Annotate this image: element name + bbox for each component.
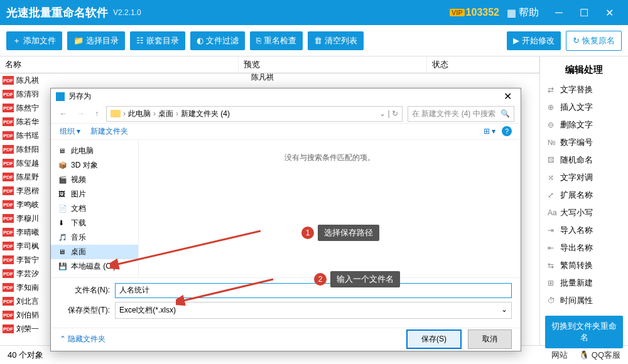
dialog-close-button[interactable]: ✕ (500, 90, 516, 102)
pdf-icon: PDF (3, 283, 14, 292)
sidebar-item[interactable]: ⇆繁简转换 (540, 257, 628, 274)
website-link[interactable]: 网站 (551, 350, 568, 361)
sidebar-item-icon: ⇆ (548, 261, 556, 270)
clear-list-button[interactable]: 🗑清空列表 (308, 31, 364, 50)
sidebar-item[interactable]: ⤢扩展名称 (540, 186, 628, 204)
sidebar: 编辑处理 ⇄文字替换⊕插入文字⊖删除文字№数字编号⚄随机命名⤭文字对调⤢扩展名称… (540, 56, 628, 345)
file-name: 陈若华 (16, 117, 39, 127)
nest-icon: ☷ (136, 36, 144, 45)
sidebar-item[interactable]: ⇥导入名称 (540, 222, 628, 239)
organize-button[interactable]: 组织 ▾ (60, 126, 80, 137)
sidebar-item-label: 删除文字 (560, 119, 593, 131)
sidebar-item-icon: ⊞ (548, 279, 556, 287)
cancel-button[interactable]: 取消 (468, 329, 512, 349)
play-icon: ▶ (513, 36, 519, 45)
filetype-select[interactable]: Excel文档(*.xlsx)⌄ (115, 302, 512, 319)
preview-first-row: 陈凡祺 (251, 72, 274, 83)
sidebar-item[interactable]: ⚄随机命名 (540, 151, 628, 169)
nav-back-button[interactable]: ← (57, 109, 70, 118)
tree-item[interactable]: 🖼图片 (51, 187, 138, 201)
dialog-search[interactable]: 在 新建文件夹 (4) 中搜索🔍 (408, 106, 514, 122)
col-status[interactable]: 状态 (427, 56, 539, 73)
tree-item[interactable]: 📄文档 (51, 201, 138, 216)
restore-name-button[interactable]: ↻恢复原名 (566, 31, 622, 51)
tree-item[interactable]: 🖥此电脑 (51, 144, 138, 158)
sidebar-item-icon: ⚄ (548, 156, 556, 164)
col-preview[interactable]: 预览 (239, 56, 427, 73)
check-dup-button[interactable]: ⎘重名检查 (250, 31, 303, 50)
pdf-icon: PDF (3, 186, 14, 195)
app-title: 光速批量重命名软件 (6, 5, 108, 20)
arrow-1 (110, 226, 261, 270)
tree-label: 音乐 (71, 232, 86, 243)
sidebar-item[interactable]: Aa大写小写 (540, 204, 628, 222)
dialog-titlebar: 另存为 ✕ (51, 88, 521, 104)
filter-button[interactable]: ◐文件过滤 (190, 31, 245, 50)
sidebar-item[interactable]: ⇄文字替换 (540, 81, 628, 99)
dialog-nav: ← → ↑ › 此电脑› 桌面› 新建文件夹 (4) ⌄ | ↻ 在 新建文件夹… (51, 104, 521, 124)
qq-icon: 🐧 (579, 350, 589, 360)
qq-support[interactable]: 🐧QQ客服 (579, 350, 620, 361)
anno-badge-1: 1 (301, 227, 314, 239)
svg-line-0 (115, 231, 261, 265)
maximize-button[interactable]: ☐ (571, 7, 597, 19)
choose-dir-button[interactable]: 📁选择目录 (67, 31, 125, 50)
vip-icon: VIP (450, 9, 465, 16)
sidebar-item-icon: ⇄ (548, 85, 556, 94)
pdf-icon: PDF (3, 228, 14, 237)
sidebar-item-label: 扩展名称 (560, 190, 593, 201)
hide-folders-button[interactable]: ⌃ 隐藏文件夹 (60, 334, 106, 345)
tree-icon: 🎬 (58, 176, 67, 184)
sidebar-item[interactable]: №数字编号 (540, 134, 628, 151)
sidebar-item-label: 批量新建 (560, 277, 593, 289)
arrow-2 (176, 276, 276, 308)
tree-icon: 📦 (58, 161, 67, 169)
tree-item[interactable]: 📦3D 对象 (51, 158, 138, 173)
view-mode-button[interactable]: ⊞ ▾ (484, 127, 495, 136)
dialog-inputs: 文件名(N): 保存类型(T): Excel文档(*.xlsx)⌄ (51, 277, 521, 328)
sidebar-item[interactable]: ⇤导出名称 (540, 239, 628, 257)
pdf-icon: PDF (3, 173, 14, 181)
anno-text-2: 输入一个文件名 (330, 271, 400, 287)
close-button[interactable]: ✕ (597, 7, 622, 19)
anno-text-1: 选择保存路径 (318, 225, 379, 241)
save-dialog: 另存为 ✕ ← → ↑ › 此电脑› 桌面› 新建文件夹 (4) ⌄ | ↻ 在… (50, 88, 521, 351)
file-name: 陈凡祺 (16, 75, 39, 86)
sidebar-item[interactable]: ⊖删除文字 (540, 116, 628, 134)
sidebar-item[interactable]: ⤭文字对调 (540, 169, 628, 186)
filename-input[interactable] (115, 283, 512, 298)
nav-up-button[interactable]: ↑ (92, 109, 101, 118)
object-count: 40 个对象 (8, 350, 43, 361)
switch-mode-button[interactable]: 切换到文件夹重命名 (545, 316, 623, 348)
tree-label: 图片 (71, 189, 86, 200)
help-icon[interactable]: ? (502, 126, 512, 136)
add-file-button[interactable]: ＋添加文件 (6, 31, 62, 50)
start-rename-button[interactable]: ▶开始修改 (507, 31, 561, 50)
toolbar: ＋添加文件 📁选择目录 ☷嵌套目录 ◐文件过滤 ⎘重名检查 🗑清空列表 ▶开始修… (0, 25, 628, 56)
sidebar-item[interactable]: ⊕插入文字 (540, 99, 628, 116)
folder-icon: 📁 (73, 36, 84, 45)
nest-dir-button[interactable]: ☷嵌套目录 (130, 31, 185, 50)
file-name: 李暂宁 (16, 255, 39, 265)
dialog-icon (56, 92, 65, 101)
filename-label: 文件名(N): (60, 285, 110, 296)
save-button[interactable]: 保存(S) (406, 329, 462, 349)
col-name[interactable]: 名称 (0, 56, 239, 73)
pdf-icon: PDF (3, 242, 14, 250)
minimize-button[interactable]: ─ (546, 7, 571, 18)
tree-icon: 🖥 (58, 147, 67, 154)
filetype-label: 保存类型(T): (60, 305, 110, 316)
undo-icon: ↻ (573, 36, 580, 45)
help-button[interactable]: ▦帮助 (507, 6, 539, 19)
annotation-1: 1 选择保存路径 (301, 225, 379, 241)
sidebar-item[interactable]: ⏱时间属性 (540, 292, 628, 309)
tree-label: 本地磁盘 (C:) (71, 261, 116, 272)
folder-icon (111, 110, 121, 117)
tree-item[interactable]: 🎬视频 (51, 173, 138, 187)
new-folder-button[interactable]: 新建文件夹 (90, 126, 128, 137)
pdf-icon: PDF (3, 90, 14, 99)
sidebar-item[interactable]: ⊞批量新建 (540, 274, 628, 292)
breadcrumb[interactable]: › 此电脑› 桌面› 新建文件夹 (4) ⌄ | ↻ (106, 106, 403, 122)
nav-forward-button[interactable]: → (75, 109, 87, 118)
sidebar-item-label: 导入名称 (560, 225, 593, 236)
